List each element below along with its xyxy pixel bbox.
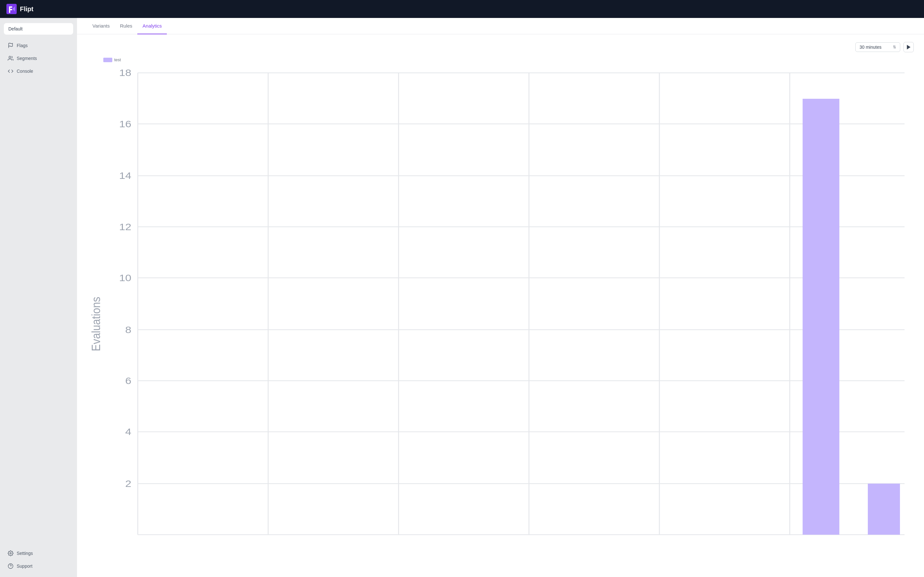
sidebar-item-support[interactable]: Support [4, 560, 73, 572]
svg-marker-6 [907, 45, 910, 49]
svg-text:Evaluations: Evaluations [89, 297, 102, 351]
logo-text: Flipt [20, 5, 33, 13]
code-icon [8, 68, 13, 74]
svg-text:14: 14 [119, 170, 131, 181]
legend-swatch [103, 58, 112, 62]
bar-5 [803, 99, 839, 535]
tab-variants[interactable]: Variants [87, 18, 115, 34]
segments-label: Segments [17, 56, 37, 61]
gear-icon [8, 550, 13, 556]
sidebar: Default Flags Segments [0, 18, 77, 577]
tab-rules[interactable]: Rules [115, 18, 137, 34]
svg-text:6: 6 [125, 376, 131, 386]
svg-point-3 [10, 553, 11, 554]
sidebar-item-flags[interactable]: Flags [4, 40, 73, 51]
chart-controls: 30 minutes ⇅ [87, 42, 914, 52]
svg-point-4 [8, 564, 13, 569]
support-icon [8, 563, 13, 569]
svg-text:16: 16 [119, 118, 131, 129]
logo: Flipt [6, 4, 33, 14]
sidebar-item-console[interactable]: Console [4, 65, 73, 77]
main-layout: Default Flags Segments [0, 18, 924, 577]
legend-label: test [114, 57, 121, 62]
settings-label: Settings [17, 551, 33, 556]
namespace-label[interactable]: Default [4, 23, 73, 35]
run-button[interactable] [903, 42, 914, 52]
bar-6 [868, 484, 900, 535]
svg-text:10: 10 [119, 272, 131, 284]
play-icon [906, 45, 911, 50]
time-select-label: 30 minutes [859, 45, 881, 50]
svg-text:2: 2 [125, 478, 131, 489]
chart-area: 30 minutes ⇅ test [77, 34, 924, 577]
svg-text:8: 8 [125, 324, 131, 335]
topbar: Flipt [0, 0, 924, 18]
support-label: Support [17, 564, 32, 569]
svg-text:4: 4 [125, 426, 131, 437]
sidebar-nav: Flags Segments Console [4, 40, 73, 548]
sidebar-bottom: Settings Support [4, 548, 73, 572]
time-select[interactable]: 30 minutes ⇅ [855, 42, 900, 52]
flag-icon [8, 43, 13, 48]
logo-icon [6, 4, 17, 14]
console-label: Console [17, 69, 33, 74]
chart-wrapper: test Evaluations 18 [87, 57, 914, 569]
svg-point-2 [9, 56, 11, 58]
chart-svg: Evaluations 18 16 14 [87, 65, 914, 567]
chart-legend: test [87, 57, 914, 62]
tabs-bar: Variants Rules Analytics [77, 18, 924, 34]
flags-label: Flags [17, 43, 27, 48]
svg-text:12: 12 [119, 221, 131, 232]
tab-analytics[interactable]: Analytics [137, 18, 167, 34]
sidebar-item-segments[interactable]: Segments [4, 53, 73, 64]
chart-container: Evaluations 18 16 14 [87, 65, 914, 567]
svg-text:18: 18 [119, 67, 131, 78]
users-icon [8, 55, 13, 61]
chevron-updown-icon: ⇅ [893, 45, 896, 49]
content-area: Variants Rules Analytics 30 minutes ⇅ [77, 18, 924, 577]
sidebar-item-settings[interactable]: Settings [4, 548, 73, 559]
